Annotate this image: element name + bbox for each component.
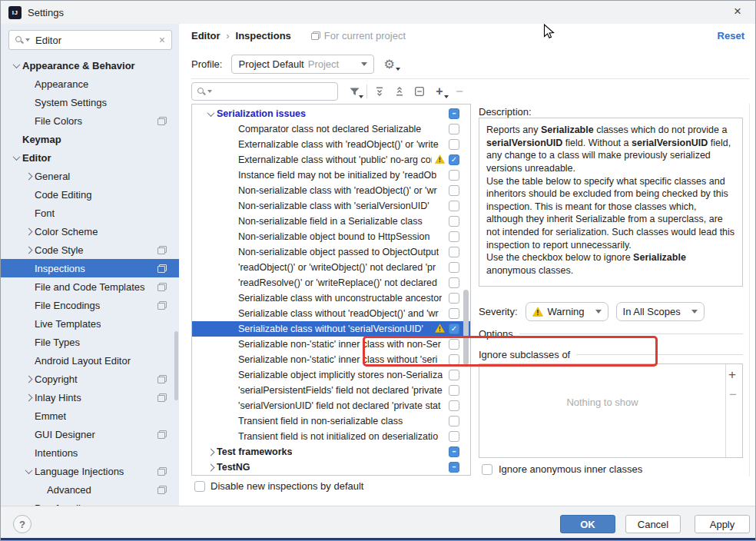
tree-row[interactable]: Test frameworks– xyxy=(192,444,470,460)
tree-row[interactable]: Serialization issues– xyxy=(192,106,470,121)
sidebar-item-appearance[interactable]: Appearance xyxy=(1,75,179,93)
disable-new-inspections-row[interactable]: Disable new inspections by default xyxy=(194,480,363,492)
chevron-down-icon[interactable] xyxy=(207,109,214,117)
tree-row-selected[interactable]: Serializable class without 'serialVersio… xyxy=(192,321,470,337)
help-button[interactable]: ? xyxy=(13,515,32,533)
tree-row[interactable]: Serializable class without 'readObject()… xyxy=(192,306,470,321)
tree-row[interactable]: Instance field may not be initialized by… xyxy=(192,168,470,183)
tree-row[interactable]: Transient field is not initialized on de… xyxy=(192,429,470,444)
expand-all-button[interactable] xyxy=(370,82,390,101)
inspections-search-input[interactable] xyxy=(191,82,338,101)
inspection-checkbox[interactable] xyxy=(449,201,459,211)
sidebar-item-proofreading[interactable]: Proofreading xyxy=(1,499,179,506)
sidebar-item-file-encodings[interactable]: File Encodings xyxy=(1,296,179,314)
chevron-down-icon[interactable] xyxy=(25,466,32,474)
inspection-checkbox[interactable] xyxy=(449,400,459,411)
sidebar-item-appearance-behavior[interactable]: Appearance & Behavior xyxy=(1,56,179,75)
ok-button[interactable]: OK xyxy=(560,515,615,533)
sidebar-item-file-colors[interactable]: File Colors xyxy=(1,111,179,130)
sidebar-item-color-scheme[interactable]: Color Scheme xyxy=(1,222,179,241)
collapse-all-button[interactable] xyxy=(390,82,410,101)
sidebar-item-advanced[interactable]: Advanced xyxy=(1,480,179,499)
tree-row[interactable]: 'serialVersionUID' field not declared 'p… xyxy=(192,398,470,413)
ignore-subclasses-list[interactable]: Nothing to show + − xyxy=(479,363,743,458)
tree-row[interactable]: Serializable non-'static' inner class wi… xyxy=(192,352,470,367)
cancel-button[interactable]: Cancel xyxy=(625,515,681,533)
sidebar-item-emmet[interactable]: Emmet xyxy=(1,407,179,425)
sidebar-item-inspections[interactable]: Inspections xyxy=(1,259,179,277)
sidebar-item-system-settings[interactable]: System Settings xyxy=(1,93,179,111)
inspection-checkbox[interactable] xyxy=(449,185,459,196)
sidebar-item-copyright[interactable]: Copyright xyxy=(1,370,179,388)
inspection-checkbox[interactable] xyxy=(449,170,459,181)
tree-row[interactable]: 'readResolve()' or 'writeReplace()' not … xyxy=(192,275,470,290)
chevron-down-icon[interactable] xyxy=(12,153,20,161)
sidebar-item-font[interactable]: Font xyxy=(1,204,179,222)
inspection-checkbox[interactable] xyxy=(449,431,459,442)
sidebar-item-language-injections[interactable]: Language Injections xyxy=(1,462,179,480)
sidebar-item-editor[interactable]: Editor xyxy=(1,148,179,167)
inspection-checkbox[interactable] xyxy=(449,277,459,288)
chevron-right-icon[interactable] xyxy=(207,463,214,471)
close-icon[interactable]: × xyxy=(734,4,741,19)
tree-row[interactable]: Non-serializable object bound to HttpSes… xyxy=(192,229,470,244)
tree-row[interactable]: Non-serializable object passed to Object… xyxy=(192,244,470,260)
inspection-checkbox[interactable] xyxy=(449,247,459,257)
inspection-checkbox[interactable] xyxy=(449,339,459,350)
sidebar-scrollbar[interactable] xyxy=(174,331,178,400)
inspection-checkbox[interactable] xyxy=(449,354,459,365)
add-button[interactable]: + xyxy=(429,82,449,101)
inspection-checkbox[interactable] xyxy=(449,308,459,319)
inspection-checkbox[interactable] xyxy=(449,124,459,134)
tree-row[interactable]: Serializable non-'static' inner class wi… xyxy=(192,337,470,352)
right-scroll-track[interactable] xyxy=(749,104,750,476)
sidebar-item-code-style[interactable]: Code Style xyxy=(1,241,179,259)
tree-row[interactable]: Serializable object implicitly stores no… xyxy=(192,367,470,383)
filter-button[interactable] xyxy=(344,82,364,101)
sidebar-search-input[interactable]: Editor × xyxy=(8,30,172,50)
chevron-right-icon[interactable] xyxy=(25,375,32,383)
inspection-checkbox[interactable] xyxy=(449,370,459,380)
chevron-right-icon[interactable] xyxy=(25,172,32,180)
tree-scrollbar[interactable] xyxy=(463,290,469,365)
chevron-right-icon[interactable] xyxy=(207,448,214,456)
inspection-checkbox[interactable]: – xyxy=(449,462,459,473)
inspection-checkbox[interactable] xyxy=(449,416,459,426)
search-options-caret-icon[interactable] xyxy=(207,90,212,93)
remove-subclass-button[interactable]: − xyxy=(729,387,737,403)
sidebar-item-keymap[interactable]: Keymap xyxy=(1,130,179,148)
breadcrumb-editor[interactable]: Editor xyxy=(191,30,220,41)
sidebar-item-inlay-hints[interactable]: Inlay Hints xyxy=(1,388,179,407)
inspection-checkbox[interactable]: – xyxy=(449,446,459,457)
inspection-checkbox[interactable] xyxy=(449,216,459,227)
tree-row[interactable]: TestNG– xyxy=(192,460,470,475)
sidebar-item-general[interactable]: General xyxy=(1,167,179,185)
clear-search-icon[interactable]: × xyxy=(159,34,165,46)
tree-row[interactable]: Non-serializable field in a Serializable… xyxy=(192,214,470,229)
profile-select[interactable]: Project Default Project xyxy=(231,55,374,74)
sidebar-item-android-layout-editor[interactable]: Android Layout Editor xyxy=(1,351,179,370)
chevron-right-icon[interactable] xyxy=(25,246,32,254)
sidebar-item-gui-designer[interactable]: GUI Designer xyxy=(1,425,179,443)
tree-row[interactable]: Comparator class not declared Serializab… xyxy=(192,121,470,137)
tree-row[interactable]: Non-serializable class with 'serialVersi… xyxy=(192,198,470,214)
sidebar-item-intentions[interactable]: Intentions xyxy=(1,443,179,462)
chevron-down-icon[interactable] xyxy=(12,61,20,68)
tree-row[interactable]: Externalizable class without 'public' no… xyxy=(192,152,470,168)
inspection-checkbox[interactable]: ✓ xyxy=(449,154,459,165)
tree-row[interactable]: 'readObject()' or 'writeObject()' not de… xyxy=(192,260,470,275)
ignore-anonymous-checkbox[interactable] xyxy=(482,464,492,475)
tree-row[interactable]: Externalizable class with 'readObject()'… xyxy=(192,137,470,152)
sidebar-item-file-and-code-templates[interactable]: File and Code Templates xyxy=(1,277,179,296)
inspection-checkbox[interactable] xyxy=(449,262,459,273)
apply-button[interactable]: Apply xyxy=(695,515,750,533)
inspection-checkbox[interactable] xyxy=(449,231,459,242)
inspection-checkbox[interactable]: ✓ xyxy=(449,324,459,334)
sidebar-item-file-types[interactable]: File Types xyxy=(1,333,179,351)
reset-inspection-button[interactable] xyxy=(410,82,429,101)
inspection-checkbox[interactable] xyxy=(449,293,459,304)
inspection-checkbox[interactable]: – xyxy=(449,108,459,119)
inspection-checkbox[interactable] xyxy=(449,139,459,150)
ignore-anonymous-row[interactable]: Ignore anonymous inner classes xyxy=(482,463,642,475)
sidebar-item-code-editing[interactable]: Code Editing xyxy=(1,185,179,204)
